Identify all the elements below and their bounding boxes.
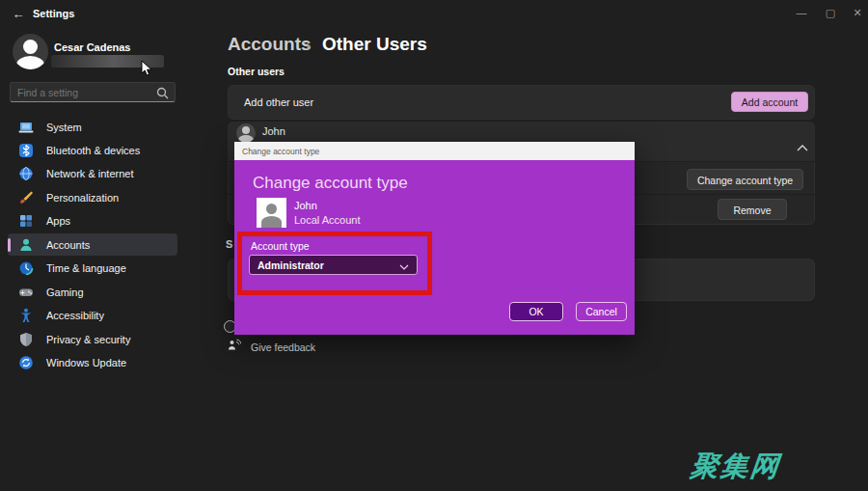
sidebar-item-label: Personalization	[46, 192, 119, 204]
john-avatar	[236, 123, 256, 143]
globe-icon	[18, 166, 34, 181]
sidebar-item-label: System	[46, 122, 82, 133]
sidebar-item-label: Apps	[46, 215, 70, 227]
dialog-user-name: John	[294, 200, 317, 211]
dialog-heading: Change account type	[253, 174, 408, 193]
breadcrumb-parent[interactable]: Accounts	[228, 34, 312, 55]
search-icon	[156, 86, 169, 103]
user-name: Cesar Cadenas	[54, 41, 131, 53]
game-controller-icon	[18, 285, 34, 300]
sidebar-item-network[interactable]: Network & internet	[8, 163, 177, 185]
sidebar-item-bluetooth[interactable]: Bluetooth & devices	[8, 139, 177, 161]
feedback-icon	[228, 339, 241, 356]
bluetooth-icon	[18, 143, 34, 158]
mouse-cursor	[141, 60, 154, 81]
sidebar-item-label: Gaming	[46, 286, 84, 298]
john-name: John	[262, 125, 285, 137]
avatar	[13, 34, 48, 69]
add-other-user-label: Add other user	[244, 96, 313, 108]
apps-grid-icon	[18, 213, 34, 229]
dialog-titlebar-text: Change account type	[242, 147, 319, 156]
sidebar-item-accounts[interactable]: Accounts	[8, 233, 177, 256]
change-account-type-button[interactable]: Change account type	[687, 169, 803, 190]
page-title: Other Users	[322, 34, 427, 55]
red-highlight-box	[237, 232, 432, 295]
sidebar-item-privacy[interactable]: Privacy & security	[8, 328, 177, 350]
ok-button[interactable]: OK	[509, 302, 563, 321]
section-label: Other users	[228, 66, 285, 77]
remove-button[interactable]: Remove	[718, 199, 787, 220]
search-box[interactable]	[10, 82, 176, 102]
system-icon	[18, 120, 34, 135]
accessibility-person-icon	[18, 308, 34, 323]
accounts-person-icon	[18, 237, 34, 253]
back-button[interactable]: ←	[8, 6, 29, 23]
dialog-user-type: Local Account	[294, 214, 361, 226]
maximize-button[interactable]: ▢	[816, 0, 845, 25]
close-button[interactable]: ✕	[843, 0, 868, 25]
sidebar-item-gaming[interactable]: Gaming	[8, 281, 177, 303]
paintbrush-icon	[18, 190, 34, 205]
sidebar-item-label: Accounts	[46, 239, 90, 251]
sidebar-item-label: Network & internet	[46, 168, 133, 179]
dialog-user-avatar	[257, 198, 286, 228]
shield-icon	[18, 332, 34, 347]
give-feedback-label: Give feedback	[251, 341, 315, 353]
sidebar-item-accessibility[interactable]: Accessibility	[8, 305, 177, 327]
sidebar-item-label: Privacy & security	[46, 334, 130, 345]
search-input[interactable]	[11, 84, 146, 102]
chevron-up-icon[interactable]	[797, 138, 808, 155]
add-account-button[interactable]: Add account	[731, 92, 808, 112]
update-arrows-icon	[18, 355, 34, 370]
settings-window: ← Settings — ▢ ✕ Cesar Cadenas System Bl…	[0, 0, 868, 491]
sidebar-item-label: Bluetooth & devices	[46, 145, 140, 156]
add-other-user-row	[228, 85, 815, 120]
clock-globe-icon	[18, 260, 34, 276]
sidebar-item-time-language[interactable]: Time & language	[8, 258, 177, 280]
window-title: Settings	[33, 8, 74, 19]
sidebar-item-personalization[interactable]: Personalization	[8, 186, 177, 208]
sidebar-item-system[interactable]: System	[8, 116, 177, 138]
sidebar-item-windows-update[interactable]: Windows Update	[8, 352, 177, 374]
clipped-heading-text: S	[226, 238, 232, 250]
sidebar-item-apps[interactable]: Apps	[8, 210, 177, 232]
sidebar-item-label: Windows Update	[46, 357, 126, 368]
watermark-text: 聚集网	[689, 448, 782, 486]
sidebar-item-label: Time & language	[46, 262, 126, 274]
cancel-button[interactable]: Cancel	[576, 302, 627, 321]
give-feedback-row[interactable]: Give feedback	[228, 339, 315, 356]
sidebar-item-label: Accessibility	[46, 310, 104, 321]
breadcrumb-separator: ›	[306, 38, 311, 53]
minimize-button[interactable]: —	[787, 0, 816, 25]
